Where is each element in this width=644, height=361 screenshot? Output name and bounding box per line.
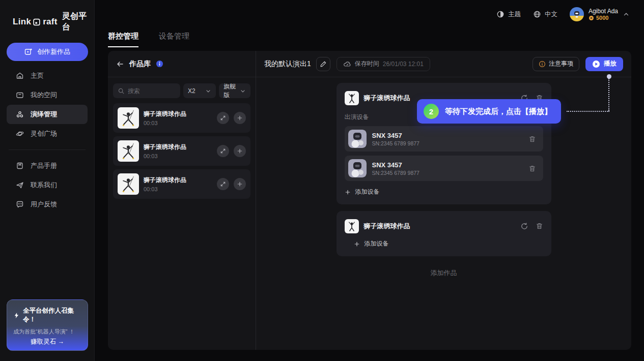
tab-group-control[interactable]: 群控管理 [108,32,138,47]
credits-value: 5000 [596,15,608,21]
add-device-button[interactable]: 添加设备 [345,188,543,196]
main-tabs: 群控管理 设备管理 [108,32,189,47]
work-title: 狮子滚绣球作品 [144,176,212,185]
search-icon [118,87,125,95]
coin-icon [589,15,594,21]
logo-text-prefix: Link [13,17,31,27]
language-switcher[interactable]: 中文 [533,10,557,19]
sidebar-item-performance-management[interactable]: 演绎管理 [7,105,88,124]
speed-filter-dropdown[interactable]: X2 [183,83,216,98]
search-input-wrapper[interactable] [113,83,180,98]
expand-work-button[interactable] [217,178,229,190]
sidebar-item-contact-us[interactable]: 联系我们 [7,175,88,195]
edition-filter-dropdown[interactable]: 旗舰版 [219,83,250,98]
theme-toggle[interactable]: 主题 [496,10,521,19]
device-row[interactable]: SNX 3457 SN:2345 6789 9877 [345,156,543,181]
logo-text-suffix: raft [43,17,58,27]
chevron-up-icon[interactable] [623,11,630,18]
notes-button[interactable]: 注意事项 [533,57,579,71]
guide-connector-vertical [608,78,609,111]
save-time-chip: 保存时间 26/01/03 12:01 [337,57,430,71]
sidebar-item-user-feedback[interactable]: 用户反馈 [7,195,88,214]
tab-device-management[interactable]: 设备管理 [159,32,189,47]
work-title: 狮子滚绣球作品 [144,110,212,118]
expand-work-button[interactable] [217,112,229,124]
sidebar-item-product-manual[interactable]: 产品手册 [7,156,88,175]
sidebar-item-label: 联系我们 [31,180,57,190]
guide-connector-anchor-dot [607,74,611,79]
sidebar-item-home[interactable]: 主页 [7,66,88,85]
works-library-panel: 作品库 X2 旗舰版 狮子滚绣球 [108,51,256,350]
cloud-save-icon [343,60,351,68]
sidebar-item-label: 演绎管理 [31,110,57,119]
delete-work-icon[interactable] [536,222,543,230]
device-name: SNX 3457 [372,161,523,169]
info-icon[interactable] [156,60,163,68]
folder-icon [16,91,24,99]
library-item[interactable]: 狮子滚绣球作品 00:03 [113,103,250,133]
sidebar: Linkraft 灵创平台 创作新作品 主页 我的空间 演绎管理 灵创广场 产品… [0,0,95,361]
notes-label: 注意事项 [549,59,573,68]
expand-work-button[interactable] [217,145,229,157]
add-device-label: 添加设备 [365,239,389,248]
create-new-work-button[interactable]: 创作新作品 [7,43,88,61]
work-title: 狮子滚绣球作品 [364,222,515,231]
delete-device-icon[interactable] [528,135,536,143]
sidebar-item-label: 灵创广场 [31,129,57,138]
work-duration: 00:03 [144,186,212,192]
guide-text: 等待下发完成后，点击【播放】 [445,107,552,116]
device-row[interactable]: SNX 3457 SN:2345 6789 9877 [345,126,543,152]
add-work-to-stage-button[interactable] [234,178,246,190]
planet-icon [16,130,24,138]
back-arrow-icon[interactable] [116,60,124,68]
work-thumbnail [118,173,139,195]
robot-avatar [348,159,367,177]
avatar [570,7,584,21]
chevron-down-icon [205,88,211,94]
nav-divider [9,149,86,150]
create-video-icon [24,48,33,56]
stage-work-card: 狮子滚绣球作品 添加设备 [337,211,551,256]
search-input[interactable] [128,87,169,95]
topbar: 主题 中文 Agibot Ada 5000 [95,0,644,28]
work-title: 狮子滚绣球作品 [144,143,212,152]
book-icon [16,162,24,170]
play-button[interactable]: 播放 [585,57,623,71]
work-thumbnail [345,219,359,233]
add-device-label: 添加设备 [355,188,380,196]
user-profile-menu[interactable]: Agibot Ada 5000 [570,7,630,21]
sidebar-nav: 主页 我的空间 演绎管理 灵创广场 产品手册 联系我们 用户反馈 [0,66,94,214]
group-control-panel: 作品库 X2 旗舰版 狮子滚绣球 [108,51,631,350]
sidebar-item-my-space[interactable]: 我的空间 [7,85,88,105]
device-name: SNX 3457 [372,132,523,139]
globe-icon [533,10,541,18]
edit-title-button[interactable] [316,57,330,71]
refresh-work-icon[interactable] [520,222,528,230]
add-work-to-stage-button[interactable] [234,145,246,157]
add-device-button[interactable]: 添加设备 [354,239,543,248]
work-thumbnail [118,107,139,129]
promo-card: 全平台创作人召集令！ 成为首批“机器人导演” ！ 赚取灵石 → [7,299,88,351]
edition-filter-value: 旗舰版 [223,82,240,100]
performance-stage-panel: 我的默认演出1 保存时间 26/01/03 12:01 注意事项 播放 [256,51,631,350]
theme-label: 主题 [508,10,521,19]
play-icon [592,60,600,68]
add-work-button[interactable]: 添加作品 [431,268,457,278]
device-serial: SN:2345 6789 9877 [372,170,523,176]
library-item[interactable]: 狮子滚绣球作品 00:03 [113,136,250,166]
sidebar-item-plaza[interactable]: 灵创广场 [7,124,88,143]
work-duration: 00:03 [144,153,212,159]
feedback-bubble-icon [16,200,24,208]
lightning-bolt-icon [13,312,20,319]
add-work-to-stage-button[interactable] [234,112,246,124]
group-icon [16,110,24,118]
app-logo: Linkraft 灵创平台 [0,0,94,33]
logo-platform-text: 灵创平台 [62,11,94,33]
library-item[interactable]: 狮子滚绣球作品 00:03 [113,169,250,199]
work-thumbnail [118,140,139,162]
guide-connector-horizontal [567,111,609,112]
work-thumbnail [345,91,359,105]
delete-device-icon[interactable] [528,165,536,172]
earn-gems-button[interactable]: 赚取灵石 → [7,333,88,350]
chevron-down-icon [240,88,246,94]
